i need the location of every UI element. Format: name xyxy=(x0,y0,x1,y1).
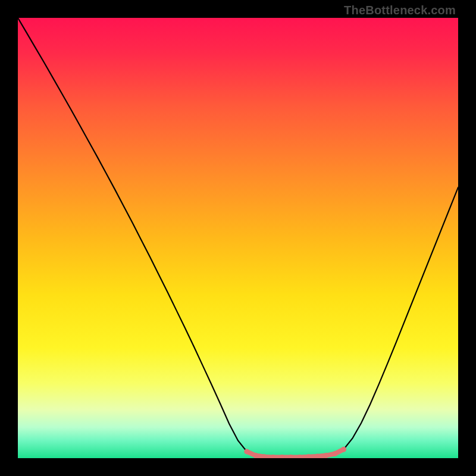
marker-dot xyxy=(341,447,346,452)
chart-surface xyxy=(18,18,458,458)
watermark-text: TheBottleneck.com xyxy=(344,4,456,17)
svg-rect-0 xyxy=(18,18,458,458)
marker-dot xyxy=(253,453,258,458)
marker-dot xyxy=(324,453,329,458)
marker-dot xyxy=(244,449,249,454)
plot-area xyxy=(18,18,458,458)
marker-dot xyxy=(332,451,337,456)
chart-frame: TheBottleneck.com xyxy=(0,0,476,476)
